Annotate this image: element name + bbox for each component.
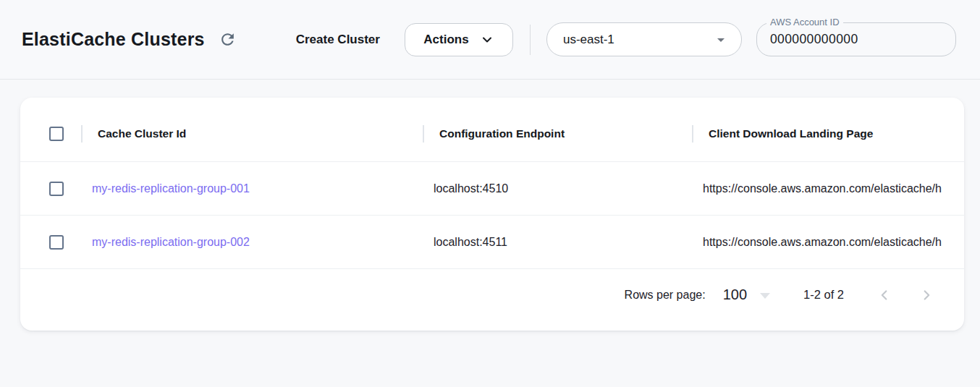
- client-download-landing-page-cell: https://console.aws.amazon.com/elasticac…: [692, 236, 964, 249]
- cache-cluster-id-cell: my-redis-replication-group-001: [81, 182, 423, 195]
- toolbar-divider: [530, 25, 531, 55]
- column-header-label: Cache Cluster Id: [98, 127, 186, 140]
- caret-down-icon: [760, 293, 770, 299]
- column-header-cache-cluster-id[interactable]: Cache Cluster Id: [81, 125, 423, 143]
- column-divider: [81, 125, 83, 143]
- refresh-button[interactable]: [218, 30, 238, 50]
- cluster-link[interactable]: my-redis-replication-group-002: [92, 236, 250, 248]
- top-toolbar: ElastiCache Clusters Create Cluster Acti…: [0, 0, 980, 80]
- region-select-value: us-east-1: [563, 33, 614, 47]
- region-select[interactable]: us-east-1: [546, 22, 742, 56]
- pagination-range-label: 1-2 of 2: [803, 288, 844, 302]
- header-checkbox-cell: [20, 127, 81, 141]
- refresh-icon: [219, 30, 237, 48]
- chevron-left-icon: [876, 287, 892, 303]
- next-page-button[interactable]: [918, 286, 935, 304]
- row-checkbox-cell: [20, 182, 81, 196]
- pagination-bar: Rows per page: 100 1-2 of 2: [20, 268, 964, 320]
- column-header-configuration-endpoint[interactable]: Configuration Endpoint: [423, 125, 692, 143]
- caret-down-icon: [712, 31, 730, 48]
- row-checkbox-cell: [20, 235, 81, 250]
- clusters-table-card: Cache Cluster Id Configuration Endpoint …: [20, 98, 964, 331]
- table-row: my-redis-replication-group-002 localhost…: [20, 215, 964, 268]
- table-row: my-redis-replication-group-001 localhost…: [20, 161, 964, 215]
- create-cluster-button[interactable]: Create Cluster: [296, 33, 380, 47]
- column-divider: [692, 125, 693, 143]
- actions-button-label: Actions: [423, 33, 468, 47]
- column-header-label: Configuration Endpoint: [439, 127, 565, 140]
- row-checkbox[interactable]: [49, 235, 64, 250]
- cluster-link[interactable]: my-redis-replication-group-001: [92, 182, 250, 195]
- chevron-down-icon: [480, 33, 494, 47]
- previous-page-button[interactable]: [876, 286, 893, 304]
- aws-account-id-label: AWS Account ID: [766, 17, 843, 27]
- rows-per-page-label: Rows per page:: [625, 289, 706, 302]
- table-header-row: Cache Cluster Id Configuration Endpoint …: [20, 98, 964, 161]
- rows-per-page-select[interactable]: 100: [723, 286, 770, 303]
- configuration-endpoint-cell: localhost:4510: [423, 182, 692, 195]
- chevron-right-icon: [918, 287, 934, 303]
- rows-per-page-value: 100: [723, 286, 747, 303]
- aws-account-id-input[interactable]: [770, 32, 945, 47]
- client-download-landing-page-cell: https://console.aws.amazon.com/elasticac…: [692, 182, 964, 195]
- column-header-label: Client Download Landing Page: [709, 127, 873, 140]
- aws-account-id-field[interactable]: AWS Account ID: [756, 22, 956, 56]
- cache-cluster-id-cell: my-redis-replication-group-002: [81, 236, 423, 249]
- configuration-endpoint-cell: localhost:4511: [423, 236, 692, 249]
- page-title: ElastiCache Clusters: [22, 29, 205, 50]
- column-header-client-download-landing-page[interactable]: Client Download Landing Page: [692, 125, 964, 143]
- select-all-checkbox[interactable]: [49, 127, 64, 141]
- actions-dropdown-button[interactable]: Actions: [405, 23, 513, 56]
- row-checkbox[interactable]: [49, 182, 64, 196]
- column-divider: [423, 125, 424, 143]
